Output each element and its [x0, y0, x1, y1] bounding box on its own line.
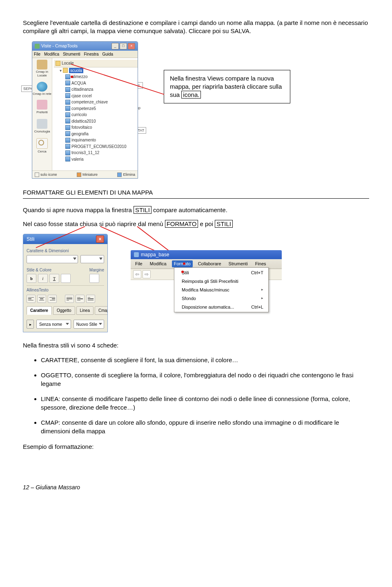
tree-item[interactable]: didattica2010 [54, 118, 138, 125]
forward-button[interactable]: ⇨ [143, 270, 151, 278]
callout-views: Nella finestra Views compare la nuova ma… [164, 70, 290, 104]
valign-top-button[interactable] [65, 295, 74, 303]
tab-cmap[interactable]: Cmap [95, 306, 108, 315]
sidebar-item-cerca[interactable]: Cerca [36, 138, 48, 154]
tree-item[interactable]: cittadinanza [54, 86, 138, 93]
menu-finestra[interactable]: Finestra [84, 52, 99, 56]
valign-bot-button[interactable] [86, 295, 95, 303]
paragraph-stili-auto: Quando si apre nuova mappa la finestra S… [23, 206, 369, 214]
dropdown-item-maiusc[interactable]: Modifica Maiusc/minusc▸ [174, 286, 268, 294]
underline-button[interactable]: T [49, 274, 59, 283]
valign-mid-button[interactable] [76, 295, 85, 303]
group-margine: Margine [89, 267, 104, 273]
cmap-icon [134, 252, 139, 257]
menu-strumenti[interactable]: Strumenti [227, 260, 250, 267]
tree-item[interactable]: trocnis3_11_12 [54, 150, 138, 156]
tree-folder[interactable]: ▾scuola [54, 67, 138, 74]
viste-window: Viste - CmapTools _ □ × File Modifica St… [32, 41, 138, 179]
list-item-oggetto: OGGETTO, consente di scegliere la forma,… [41, 371, 369, 388]
menu-formato[interactable]: Formato [172, 260, 193, 267]
sidebar-item-preferiti[interactable]: Preferiti [36, 100, 48, 115]
mappa-title: mappa_base [141, 251, 169, 258]
section-divider [23, 198, 369, 199]
style-name-dropdown[interactable]: Senza nome [36, 320, 71, 329]
menu-finestra[interactable]: Fines [253, 260, 268, 267]
cmap-icon [65, 157, 70, 161]
cmap-icon [65, 119, 70, 123]
new-style-dropdown[interactable]: Nuovo Stile [74, 320, 104, 329]
font-combo[interactable] [27, 255, 78, 263]
folder-icon [37, 60, 47, 69]
esempio-label: Esempio di formattazione: [23, 443, 369, 451]
align-center-button[interactable] [37, 295, 46, 303]
favorites-icon [37, 100, 47, 110]
group-stile-colore: Stile & Colore [27, 267, 79, 273]
margin-box[interactable] [89, 274, 99, 283]
foot-solo-icone[interactable]: solo icone [35, 172, 57, 177]
menu-file[interactable]: File [34, 52, 40, 56]
tree-item[interactable]: competenze_chiave [54, 99, 138, 105]
close-button[interactable]: × [96, 235, 104, 243]
text-color-button[interactable] [61, 274, 71, 283]
formato-dropdown: StiliCtrl+T Reimposta gli Stili Precefin… [174, 267, 269, 312]
tab-linea[interactable]: Linea [76, 306, 94, 315]
foot-miniature[interactable]: Miniature [77, 172, 98, 177]
menubar: File Modifica Strumenti Finestra Guida [32, 51, 138, 58]
back-button[interactable]: ⇦ [133, 270, 141, 278]
page-footer: 12 – Giuliana Massaro [23, 484, 369, 491]
sidebar-item-rete[interactable]: Cmap in rete [33, 82, 51, 96]
menu-strumenti[interactable]: Strumenti [63, 52, 80, 56]
dropdown-item-sfondo[interactable]: Sfondo▸ [174, 294, 268, 303]
cmap-icon [65, 81, 70, 85]
menu-modifica[interactable]: Modifica [148, 260, 169, 267]
italic-button[interactable]: i [38, 274, 48, 283]
align-right-button[interactable] [48, 295, 57, 303]
tree-item[interactable]: geografia [54, 131, 138, 137]
paragraph-riaprire: Nel caso fosse stata chiusa si può riapr… [23, 220, 369, 228]
stili-titlebar: Stili × [23, 234, 107, 244]
maximize-button[interactable]: □ [120, 43, 127, 49]
mappa-base-window: mappa_base File Modifica Formato Collabo… [131, 250, 282, 324]
menu-file[interactable]: File [133, 260, 145, 267]
tree: Locale ▾scuola alimezzo ACQUA cittadinan… [52, 58, 138, 170]
align-left-button[interactable] [27, 295, 36, 303]
tree-item[interactable]: curricolo [54, 112, 138, 118]
close-button[interactable]: × [128, 43, 135, 49]
sidebar-item-locale[interactable]: Cmap in Locale [32, 60, 52, 78]
dropdown-item-stili[interactable]: StiliCtrl+T [174, 269, 268, 277]
menu-guida[interactable]: Guida [102, 52, 113, 56]
app-icon [35, 44, 40, 49]
thumb-icon [77, 173, 81, 177]
tree-item[interactable]: cjase cocel [54, 93, 138, 99]
tab-oggetto[interactable]: Oggetto [53, 306, 75, 315]
tab-carattere[interactable]: Carattere [27, 306, 52, 315]
sidebar: Cmap in Locale Cmap in rete Preferiti Cr… [32, 58, 52, 170]
list-item-carattere: CARATTERE, consente di scegliere il font… [41, 356, 369, 364]
folder-icon [63, 68, 68, 73]
tree-item[interactable]: alimezzo [54, 74, 138, 80]
viste-screenshot-area: SEPH REL rapp ENTAT Viste - CmapTools _ … [23, 41, 369, 176]
size-combo[interactable] [80, 255, 104, 263]
sidebar-item-cronologia[interactable]: Cronologia [34, 119, 50, 134]
tree-item[interactable]: valeria [54, 156, 138, 163]
list-item-linea: LINEA: consente di modificare l'aspetto … [41, 394, 369, 412]
minimize-button[interactable]: _ [111, 43, 119, 49]
menu-modifica[interactable]: Modifica [44, 52, 59, 56]
dropdown-item-reimposta[interactable]: Reimposta gli Stili Precefiniti [174, 277, 268, 286]
tree-item[interactable]: PROGETT_ECOMUSEO2010 [54, 143, 138, 150]
group-allinea: AllineaTesto [27, 287, 104, 293]
expand-button[interactable]: ▸ [27, 320, 34, 329]
globe-icon [37, 82, 47, 92]
tree-item[interactable]: ACQUA [54, 80, 138, 87]
checkbox-icon [35, 173, 39, 177]
dropdown-item-disposizione[interactable]: Disposizione automatica...Ctrl+L [174, 303, 268, 311]
menu-collaborare[interactable]: Collaborare [196, 260, 223, 267]
schede-list: CARATTERE, consente di scegliere il font… [23, 356, 369, 435]
section-title-formattare: FORMATTARE GLI ELEMENTI DI UNA MAPPA [23, 188, 369, 197]
tree-root[interactable]: Locale [54, 60, 138, 67]
bold-button[interactable]: b [27, 274, 36, 283]
tree-item[interactable]: fotovoltaico [54, 124, 138, 131]
tree-item[interactable]: inquinamento [54, 137, 138, 143]
foot-elimina[interactable]: Elimina [117, 172, 135, 177]
tree-item[interactable]: competenze5 [54, 105, 138, 112]
